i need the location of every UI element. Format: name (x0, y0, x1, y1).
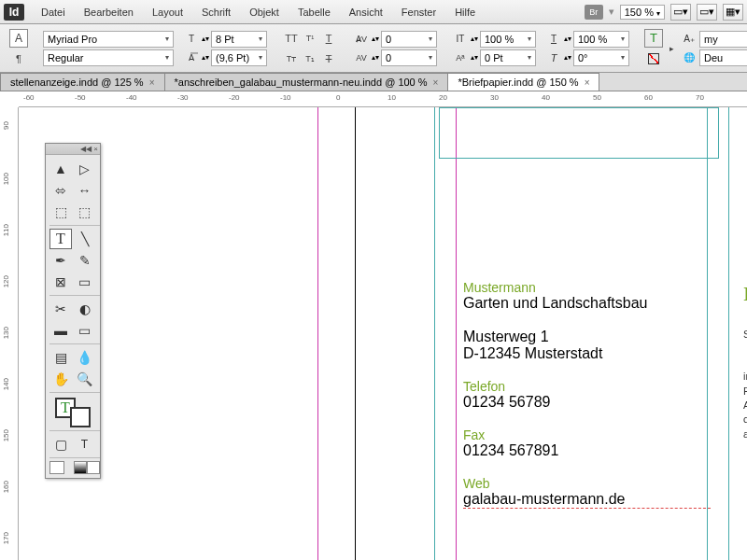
scissors-tool-icon[interactable]: ✂ (49, 299, 72, 319)
pencil-tool-icon[interactable]: ✎ (74, 250, 96, 271)
panel-collapse-icon[interactable]: ◀◀ × (46, 144, 100, 155)
menu-layout[interactable]: Layout (143, 7, 192, 18)
zoom-tool-icon[interactable]: 🔍 (74, 369, 96, 389)
kerning-input[interactable]: 0▾ (381, 31, 437, 48)
company-sub: Garten und Landschaftsbau (463, 295, 711, 312)
leading-input[interactable]: (9,6 Pt)▾ (211, 49, 267, 66)
free-transform-tool-icon[interactable]: ◐ (74, 299, 96, 319)
document-canvas[interactable]: Mustermann Garten und Landschaftsbau Mus… (19, 107, 747, 560)
body-text-frame[interactable]: Ich b Sehr integ Praes Aene cursu ac cu (743, 280, 747, 441)
vscale-input[interactable]: 100 %▾ (480, 31, 536, 48)
vscale-icon: IT (452, 31, 469, 48)
web-label: Web (463, 476, 711, 491)
char-format-icon[interactable]: A (9, 29, 28, 48)
pen-tool-icon[interactable]: ✒ (49, 250, 72, 271)
allcaps-icon[interactable]: TT (282, 29, 301, 48)
screen-mode-icon[interactable]: ▭▾ (697, 4, 717, 21)
apply-color-icon[interactable] (49, 461, 64, 474)
skew-input[interactable]: 0°▾ (573, 49, 629, 66)
underline-icon[interactable]: T (319, 29, 338, 48)
selection-tool-icon[interactable]: ▲ (49, 159, 72, 179)
tab-stellenanzeige[interactable]: stellenanzeige.indd @ 125 %× (0, 73, 165, 91)
apply-none-icon[interactable] (87, 461, 100, 474)
hand-tool-icon[interactable]: ✋ (49, 369, 72, 389)
page-tool-icon[interactable]: ⬄ (49, 180, 72, 201)
hscale-icon: T (545, 31, 562, 48)
line-tool-icon[interactable]: ╲ (74, 229, 96, 249)
content-placer-icon[interactable]: ⬚ (74, 202, 96, 222)
app-logo-icon: Id (4, 4, 24, 21)
strikethrough-icon[interactable]: T (319, 49, 338, 68)
tools-panel[interactable]: ◀◀ × ▲ ▷ ⬄ ↔ ⬚ ⬚ T ╲ ✒ ✎ ⊠ ▭ ✂ ◐ ▬ ▭ (45, 143, 101, 479)
phone-value: 01234 56789 (463, 394, 711, 411)
address-line: D-12345 Musterstadt (463, 345, 711, 362)
horizontal-ruler[interactable]: -60 -50 -40 -30 -20 -10 0 10 20 30 40 50… (19, 91, 747, 107)
smallcaps-icon[interactable]: Tᴛ (282, 49, 301, 68)
rectangle-tool-icon[interactable]: ▭ (74, 272, 96, 292)
tab-anschreiben[interactable]: *anschreiben_galabau_mustermann-neu.indd… (164, 73, 449, 91)
text-frame[interactable] (439, 107, 719, 159)
view-mode-icon[interactable]: ▭▾ (670, 4, 691, 21)
formatting-container-icon[interactable]: ▢ (49, 434, 72, 455)
direct-selection-tool-icon[interactable]: ▷ (74, 159, 96, 179)
gradient-swatch-tool-icon[interactable]: ▬ (49, 320, 72, 341)
kerning-icon: A̷V (353, 31, 370, 48)
letterhead-text-frame[interactable]: Mustermann Garten und Landschaftsbau Mus… (463, 280, 711, 509)
eyedropper-tool-icon[interactable]: 💧 (74, 347, 96, 368)
margin-guide[interactable] (456, 107, 457, 560)
menu-hilfe[interactable]: Hilfe (445, 7, 485, 18)
content-collector-icon[interactable]: ⬚ (49, 202, 72, 222)
close-icon[interactable]: × (585, 77, 590, 88)
menu-tabelle[interactable]: Tabelle (289, 7, 340, 18)
font-family-select[interactable]: Myriad Pro▾ (43, 31, 174, 48)
zoom-select[interactable]: 150 % ▾ (620, 5, 665, 20)
rectangle-frame-tool-icon[interactable]: ⊠ (49, 272, 72, 292)
menu-fenster[interactable]: Fenster (392, 7, 445, 18)
bridge-icon[interactable]: Br (585, 5, 603, 20)
superscript-icon[interactable]: T¹ (301, 29, 319, 48)
fax-label: Fax (463, 427, 711, 442)
baseline-input[interactable]: 0 Pt▾ (480, 49, 536, 66)
tracking-input[interactable]: 0▾ (381, 49, 437, 66)
fill-color-icon[interactable]: T (644, 29, 663, 48)
apply-gradient-icon[interactable] (74, 461, 87, 474)
close-icon[interactable]: × (433, 77, 439, 88)
baseline-icon: Aª (452, 49, 469, 66)
formatting-text-icon[interactable]: T (74, 434, 96, 455)
close-icon[interactable]: × (149, 77, 155, 88)
tab-briefpapier[interactable]: *Briefpapier.indd @ 150 %× (447, 73, 599, 91)
vertical-ruler[interactable]: 90 100 110 120 130 140 150 160 170 (0, 107, 19, 560)
body-line: cursu (743, 413, 747, 427)
language-select[interactable]: Deu (699, 49, 747, 66)
gradient-feather-tool-icon[interactable]: ▭ (74, 320, 96, 341)
chevron-right-icon[interactable]: ▸ (669, 39, 675, 58)
menu-schrift[interactable]: Schrift (192, 7, 240, 18)
fax-value: 01234 567891 (463, 442, 711, 459)
subscript-icon[interactable]: T₁ (301, 49, 319, 68)
menu-objekt[interactable]: Objekt (240, 7, 289, 18)
tracking-icon: AV (353, 49, 370, 66)
column-guide[interactable] (728, 107, 729, 560)
stroke-color-icon[interactable] (644, 49, 663, 68)
body-line: integ (743, 370, 747, 384)
body-line: ac cu (743, 427, 747, 441)
para-format-icon[interactable]: ¶ (9, 49, 28, 68)
font-style-select[interactable]: Regular▾ (43, 49, 174, 66)
body-heading: Ich b (743, 280, 747, 309)
gap-tool-icon[interactable]: ↔ (74, 180, 96, 201)
type-tool-icon[interactable]: T (49, 229, 72, 249)
arrange-docs-icon[interactable]: ▦▾ (723, 4, 743, 21)
menu-bearbeiten[interactable]: Bearbeiten (75, 7, 143, 18)
font-size-input[interactable]: 8 Pt▾ (211, 31, 267, 48)
menu-ansicht[interactable]: Ansicht (340, 7, 392, 18)
column-guide[interactable] (434, 107, 435, 560)
font-size-icon: T (183, 31, 200, 48)
margin-guide[interactable] (317, 107, 318, 560)
hscale-input[interactable]: 100 %▾ (573, 31, 629, 48)
fill-stroke-swatch[interactable]: T (49, 396, 96, 427)
charstyle-icon: A₊ (681, 31, 698, 48)
note-tool-icon[interactable]: ▤ (49, 347, 72, 368)
charstyle-search[interactable]: my (699, 31, 747, 48)
menu-datei[interactable]: Datei (32, 7, 75, 18)
body-line: Sehr (743, 328, 747, 342)
